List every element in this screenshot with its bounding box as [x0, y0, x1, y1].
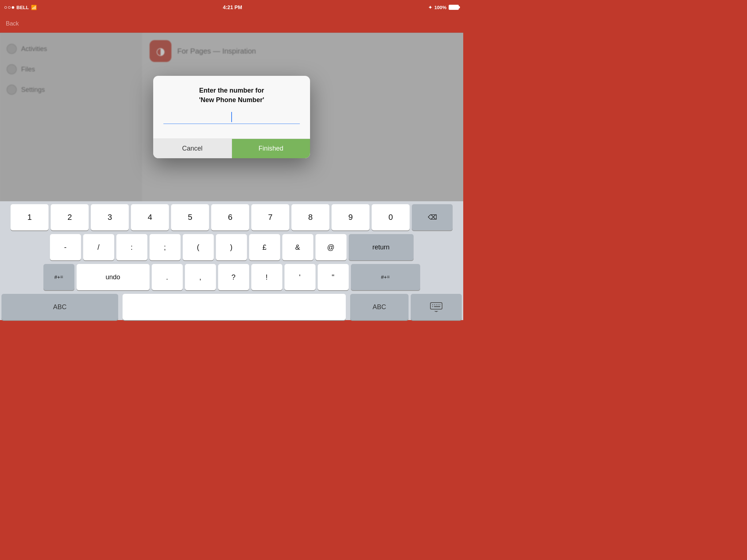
- key-hash-plus-equals-right[interactable]: #+=: [351, 264, 420, 290]
- number-row: 1 2 3 4 5 6 7 8 9 0 ⌫: [1, 204, 462, 230]
- status-bar: BELL 📶 4:21 PM ✦ 100%: [0, 0, 463, 15]
- svg-rect-0: [430, 303, 442, 309]
- status-left: BELL 📶: [4, 5, 37, 10]
- key-6[interactable]: 6: [211, 204, 249, 230]
- key-pound[interactable]: £: [249, 234, 280, 260]
- key-colon[interactable]: :: [116, 234, 147, 260]
- key-keyboard-dismiss[interactable]: [411, 294, 462, 320]
- key-dot[interactable]: .: [152, 264, 183, 290]
- symbol-row: - / : ; ( ) £ & @ return: [1, 234, 462, 260]
- key-close-paren[interactable]: ): [216, 234, 247, 260]
- keyboard-area: 1 2 3 4 5 6 7 8 9 0 ⌫ - / : ; ( ) £ & @ …: [0, 201, 463, 320]
- dialog-body: Enter the number for'New Phone Number': [153, 76, 310, 138]
- key-2[interactable]: 2: [51, 204, 89, 230]
- finished-button[interactable]: Finished: [232, 139, 310, 158]
- carrier-label: BELL: [16, 5, 29, 10]
- third-row: #+= undo . , ? ! ' " #+=: [1, 264, 462, 290]
- key-space[interactable]: [123, 294, 346, 320]
- dialog: Enter the number for'New Phone Number' C…: [153, 76, 310, 158]
- main-content: Activities Files Settings ◑ For Pages — …: [0, 33, 463, 201]
- signal-dots: [4, 6, 14, 9]
- key-apostrophe[interactable]: ': [285, 264, 316, 290]
- key-0[interactable]: 0: [372, 204, 410, 230]
- key-4[interactable]: 4: [131, 204, 169, 230]
- bottom-row: ABC ABC: [1, 294, 462, 320]
- key-1[interactable]: 1: [11, 204, 49, 230]
- dot-3: [12, 6, 14, 9]
- key-at[interactable]: @: [316, 234, 347, 260]
- battery-fill: [449, 5, 458, 9]
- key-abc-left[interactable]: ABC: [1, 294, 118, 320]
- nav-bar: Back: [0, 15, 463, 33]
- key-3[interactable]: 3: [91, 204, 129, 230]
- key-quote[interactable]: ": [318, 264, 349, 290]
- key-exclaim[interactable]: !: [251, 264, 282, 290]
- status-right: ✦ 100%: [428, 5, 459, 10]
- battery-percent: 100%: [434, 5, 446, 10]
- dot-2: [8, 6, 11, 9]
- key-slash[interactable]: /: [83, 234, 114, 260]
- key-9[interactable]: 9: [332, 204, 369, 230]
- key-question[interactable]: ?: [218, 264, 249, 290]
- cancel-button[interactable]: Cancel: [153, 139, 232, 158]
- dialog-input-container[interactable]: [163, 112, 300, 124]
- dot-1: [4, 6, 7, 9]
- key-7[interactable]: 7: [251, 204, 289, 230]
- dialog-title: Enter the number for'New Phone Number': [163, 86, 300, 104]
- key-hash-plus-equals-left[interactable]: #+=: [43, 264, 74, 290]
- key-comma[interactable]: ,: [185, 264, 216, 290]
- key-abc-right[interactable]: ABC: [350, 294, 409, 320]
- back-button[interactable]: Back: [6, 20, 19, 27]
- key-undo[interactable]: undo: [77, 264, 150, 290]
- key-open-paren[interactable]: (: [183, 234, 214, 260]
- key-8[interactable]: 8: [291, 204, 329, 230]
- bluetooth-icon: ✦: [428, 5, 432, 10]
- key-dash[interactable]: -: [50, 234, 81, 260]
- key-ampersand[interactable]: &: [282, 234, 313, 260]
- battery-icon: [449, 5, 459, 10]
- return-key[interactable]: return: [349, 234, 414, 260]
- time-display: 4:21 PM: [223, 4, 242, 10]
- key-semicolon[interactable]: ;: [150, 234, 181, 260]
- wifi-icon: 📶: [31, 5, 37, 10]
- dialog-buttons: Cancel Finished: [153, 139, 310, 158]
- backspace-key[interactable]: ⌫: [412, 204, 453, 230]
- key-5[interactable]: 5: [171, 204, 209, 230]
- dialog-overlay: Enter the number for'New Phone Number' C…: [0, 33, 463, 201]
- text-cursor: [231, 112, 232, 122]
